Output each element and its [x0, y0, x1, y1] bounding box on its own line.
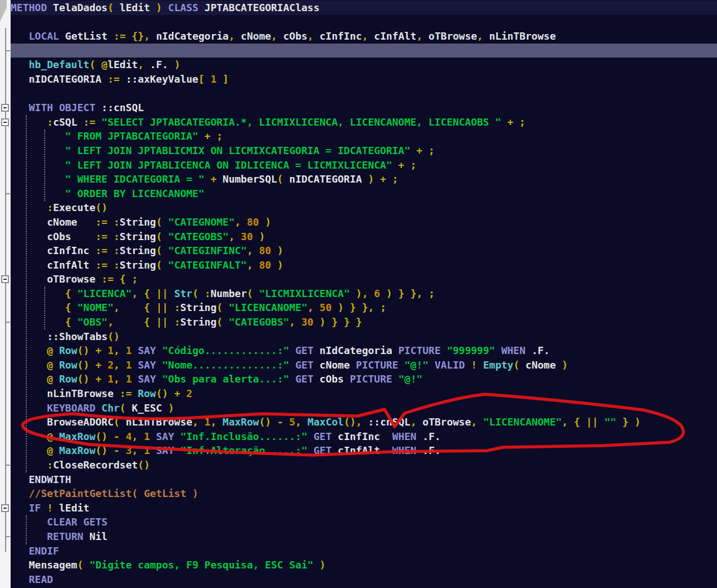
- code-token: 5: [283, 416, 296, 428]
- code-token: cInfAlt: [11, 259, 96, 271]
- code-line[interactable]: oTBrowse := { ;: [0, 272, 717, 286]
- code-token: MaxRow: [222, 416, 259, 428]
- code-token: [113, 273, 120, 285]
- fold-toggle-icon[interactable]: [1, 118, 9, 126]
- code-token: [422, 288, 429, 299]
- code-line[interactable]: [0, 87, 717, 101]
- code-line[interactable]: nIDCATEGORIA := ::axKeyValue[ 1 ]: [0, 72, 717, 87]
- code-token: } ): [623, 416, 641, 428]
- code-line[interactable]: @ Row() + 1, 1 SAY "Obs para alerta...:"…: [0, 372, 717, 386]
- code-line[interactable]: READ: [0, 572, 717, 587]
- code-line[interactable]: //SetPaintGetList( GetList ): [0, 486, 717, 501]
- code-line[interactable]: " LEFT JOIN JPTABLICMIX ON LICMIXCATEGOR…: [0, 144, 717, 158]
- code-line[interactable]: " WHERE IDCATEGORIA = " + NumberSQL( nID…: [0, 172, 717, 187]
- code-line[interactable]: " LEFT JOIN JPTABLICENCA ON IDLICENCA = …: [0, 158, 717, 173]
- code-token: [107, 245, 113, 256]
- code-token: :: [113, 216, 120, 228]
- code-token: @: [47, 373, 53, 385]
- code-token: ::cnSQL: [96, 102, 144, 113]
- code-line[interactable]: :CloseRecordset(): [0, 458, 717, 472]
- code-line[interactable]: hb_Default( @lEdit, .F. ): [0, 58, 717, 72]
- code-line[interactable]: " ORDER BY LICENCANOME": [0, 187, 717, 201]
- code-line[interactable]: cNome := :String( "CATEGNOME", 80 ): [0, 215, 717, 230]
- code-line[interactable]: cInfInc := :String( "CATEGINFINC", 80 ): [0, 243, 717, 258]
- code-token: [301, 416, 307, 428]
- code-line[interactable]: :Execute(): [0, 200, 717, 215]
- code-line[interactable]: LOCAL GetList := {}, nIdCategoria, cNome…: [0, 29, 717, 44]
- code-line[interactable]: { "NOME", { || :String( "LICENCANOME", 5…: [0, 300, 717, 315]
- code-line[interactable]: [6, 44, 717, 58]
- code-token: ,: [416, 30, 422, 42]
- code-token: :: [47, 116, 53, 128]
- code-token: [132, 359, 138, 371]
- code-token: [11, 116, 47, 128]
- code-token: //SetPaintGetList( GetList ): [29, 487, 198, 499]
- code-line[interactable]: WITH OBJECT ::cnSQL: [0, 101, 717, 115]
- fold-toggle-icon[interactable]: [1, 104, 9, 112]
- code-token: READ: [29, 573, 53, 585]
- code-line[interactable]: [0, 15, 717, 30]
- code-line[interactable]: cInfAlt := :String( "CATEGINFALT", 80 ): [0, 258, 717, 273]
- code-token: SAY: [138, 345, 156, 356]
- code-token: 4: [120, 431, 132, 442]
- code-line[interactable]: ENDIF: [0, 544, 717, 558]
- code-token: ,: [113, 373, 120, 385]
- code-token: ): [265, 216, 271, 228]
- code-token: ::axKeyValue: [120, 73, 198, 85]
- code-token: { ||: [144, 302, 168, 313]
- code-token: 30: [295, 316, 319, 328]
- code-line[interactable]: KEYBOARD Chr( K_ESC ): [0, 401, 717, 415]
- code-token: cNome: [314, 359, 356, 371]
- code-token: "@!": [405, 359, 429, 371]
- code-line[interactable]: :cSQL := "SELECT JPTABCATEGORIA.*, LICMI…: [0, 115, 717, 130]
- code-token: [205, 173, 211, 185]
- code-token: [53, 444, 59, 456]
- code-token: (: [247, 288, 253, 299]
- code-line[interactable]: BrowseADORC( nLinTBrowse, 1, MaxRow() - …: [0, 415, 717, 429]
- fold-toggle-icon[interactable]: [1, 504, 9, 512]
- code-token: [289, 373, 296, 385]
- code-token: :: [113, 245, 120, 256]
- code-area[interactable]: METHOD TelaDados( lEdit ) CLASS JPTABCAT…: [0, 1, 717, 586]
- code-token: ,: [247, 245, 253, 256]
- code-token: cInfInc: [331, 431, 392, 442]
- code-token: cInfAlt: [368, 30, 416, 42]
- code-line[interactable]: nLinTBrowse := Row() + 2: [0, 386, 717, 401]
- code-line[interactable]: METHOD TelaDados( lEdit ) CLASS JPTABCAT…: [0, 1, 717, 15]
- code-line[interactable]: { "LICENCA", { || Str( :Number( "LICMIXL…: [0, 286, 717, 301]
- code-token: [150, 431, 156, 442]
- code-line[interactable]: ::ShowTabs(): [0, 329, 717, 344]
- code-token: [344, 302, 350, 313]
- code-token: (: [156, 245, 162, 256]
- code-line[interactable]: @ MaxRow() - 4, 1 SAY "Inf.Inclusão.....…: [0, 429, 717, 444]
- code-token: GetList: [59, 30, 114, 42]
- code-token: [132, 345, 138, 356]
- code-line[interactable]: " FROM JPTABCATEGORIA" + ;: [0, 129, 717, 144]
- code-line[interactable]: { "OBS", { || :String( "CATEGOBS", 30 ) …: [0, 315, 717, 329]
- code-token: [53, 431, 59, 442]
- code-token: nLinTBrowse: [11, 388, 120, 399]
- code-token: "CATEGOBS": [229, 316, 289, 328]
- code-line[interactable]: ENDWITH: [0, 472, 717, 487]
- code-line[interactable]: @ Row() + 2, 1 SAY "Nome..............:"…: [0, 358, 717, 372]
- code-line[interactable]: RETURN Nil: [0, 529, 717, 544]
- code-token: [307, 444, 314, 456]
- code-line[interactable]: @ MaxRow() - 3, 1 SAY "Inf.Alteração....…: [0, 443, 717, 458]
- code-token: { ||: [144, 316, 168, 328]
- fold-toggle-icon[interactable]: [1, 275, 9, 283]
- code-line[interactable]: @ Row() + 1, 1 SAY "Código............:"…: [0, 343, 717, 358]
- code-token: Nil: [83, 530, 107, 542]
- code-token: "": [604, 416, 616, 428]
- code-token: 1: [138, 431, 150, 442]
- code-line[interactable]: cObs := :String( "CATEGOBS", 30 ): [0, 230, 717, 244]
- code-token: "Inf.Inclusão......:": [181, 431, 308, 442]
- code-line[interactable]: IF ! lEdit: [0, 501, 717, 515]
- code-token: (): [138, 459, 150, 471]
- fold-gutter: [0, 0, 11, 588]
- code-token: [11, 145, 65, 156]
- code-token: [11, 316, 65, 328]
- code-token: GET: [314, 444, 332, 456]
- code-token: :=: [96, 216, 108, 228]
- code-line[interactable]: CLEAR GETS: [0, 515, 717, 529]
- code-line[interactable]: Mensagem( "Digite campos, F9 Pesquisa, E…: [0, 558, 717, 572]
